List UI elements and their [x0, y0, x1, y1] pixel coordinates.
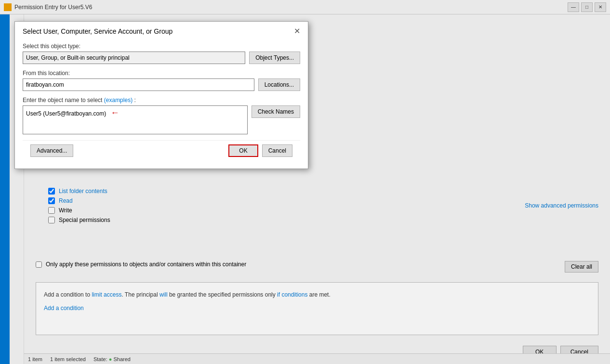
select-user-dialog: Select User, Computer, Service Account, … [14, 21, 308, 169]
select-user-body: Select this object type: Object Types...… [15, 39, 308, 169]
object-name-value: User5 (User5@firatboyan.com) [26, 110, 106, 117]
object-name-label: Enter the object name to select [23, 97, 102, 104]
object-name-label-row: Enter the object name to select (example… [23, 97, 300, 104]
object-type-row: Object Types... [23, 52, 300, 64]
object-name-area[interactable]: User5 (User5@firatboyan.com) ← [23, 105, 248, 134]
object-name-row: User5 (User5@firatboyan.com) ← Check Nam… [23, 105, 300, 134]
advanced-button[interactable]: Advanced... [30, 144, 73, 157]
ok-cancel-group: OK Cancel [228, 144, 292, 157]
arrow-indicator: ← [111, 108, 119, 118]
check-names-button[interactable]: Check Names [252, 105, 300, 118]
main-window: Permission Entry for User5.V6 — □ ✕ ‹ Sh… [0, 0, 610, 364]
select-user-close-button[interactable]: ✕ [294, 27, 300, 35]
object-type-field[interactable] [23, 52, 245, 64]
object-types-button[interactable]: Object Types... [249, 52, 300, 64]
examples-link[interactable]: (examples) [104, 97, 133, 104]
location-label: From this location: [23, 70, 300, 77]
location-row: Locations... [23, 78, 300, 91]
select-user-ok-button[interactable]: OK [228, 144, 258, 157]
locations-button[interactable]: Locations... [258, 78, 300, 91]
select-user-bottom-row: Advanced... OK Cancel [23, 140, 300, 161]
select-user-title: Select User, Computer, Service Account, … [23, 27, 172, 35]
location-field[interactable] [23, 78, 254, 91]
object-type-label: Select this object type: [23, 43, 300, 50]
select-user-header: Select User, Computer, Service Account, … [15, 22, 308, 39]
select-user-cancel-button[interactable]: Cancel [262, 144, 292, 157]
object-name-colon: : [134, 97, 135, 104]
